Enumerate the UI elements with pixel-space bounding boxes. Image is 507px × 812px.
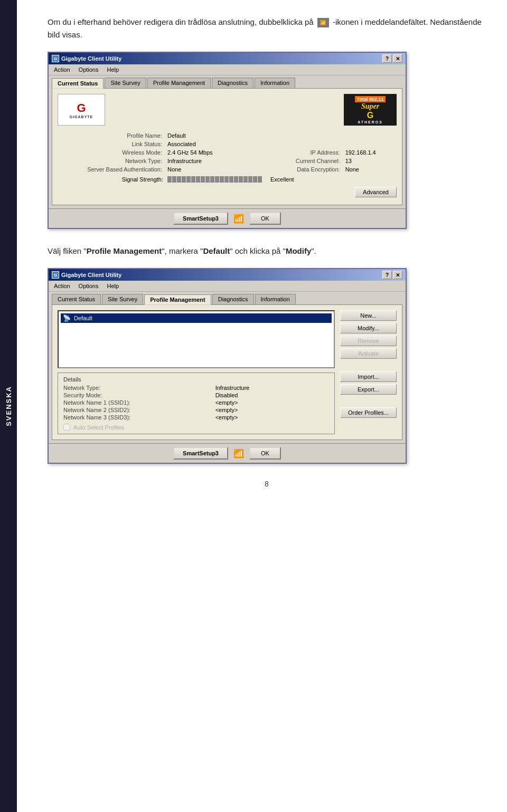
dialog2-tab-diagnostics[interactable]: Diagnostics xyxy=(212,294,254,304)
dialog2-wifi-icon: 📶 xyxy=(233,448,244,458)
details-network2-value: <empty> xyxy=(215,407,329,413)
dialog2-help-button[interactable]: ? xyxy=(382,271,392,279)
modify-button[interactable]: Modify... xyxy=(340,323,397,333)
details-security-value: Disabled xyxy=(215,392,329,398)
dialog1-tab-current-status[interactable]: Current Status xyxy=(52,78,104,89)
advanced-button[interactable]: Advanced xyxy=(355,187,397,197)
signal-bar-18 xyxy=(248,176,252,183)
profile-list-area: 📡 Default Details Network Type: Infrastr… xyxy=(58,310,335,434)
current-channel-value: 13 xyxy=(343,157,396,165)
dialog2-menu-help[interactable]: Help xyxy=(104,282,123,290)
intro-text1: Om du i efterhand behöver redigera din t… xyxy=(48,17,314,26)
signal-bars xyxy=(167,176,262,183)
details-network3-label: Network Name 3 (SSID3): xyxy=(63,414,210,421)
signal-bar-9 xyxy=(205,176,210,183)
middle-text-part3: " och klicka på " xyxy=(230,246,286,255)
dialog2-menubar: Action Options Help xyxy=(49,281,406,292)
profile-item-default[interactable]: 📡 Default xyxy=(61,313,332,323)
details-security-label: Security Mode: xyxy=(63,392,210,398)
dialog1-help-button[interactable]: ? xyxy=(382,54,392,63)
dialog1-menubar: Action Options Help xyxy=(49,64,406,75)
middle-instruction: Välj fliken "Profile Management", marker… xyxy=(48,245,486,257)
dialog1-tab-profile-management[interactable]: Profile Management xyxy=(147,78,211,88)
dialog1-tabs: Current Status Site Survey Profile Manag… xyxy=(49,75,406,88)
signal-bar-4 xyxy=(182,176,186,183)
dialog1-menu-options[interactable]: Options xyxy=(76,65,102,74)
dialog2-titlebar-left: G Gigabyte Client Utility xyxy=(52,271,121,279)
signal-bar-2 xyxy=(172,176,176,183)
signal-bar-8 xyxy=(201,176,205,183)
dialog1-ok-button[interactable]: OK xyxy=(249,212,281,225)
details-section: Details Network Type: Infrastructure Sec… xyxy=(58,372,335,434)
details-network3-value: <empty> xyxy=(215,414,329,421)
dialog1-menu-help[interactable]: Help xyxy=(104,65,123,74)
dialog2-tab-current-status[interactable]: Current Status xyxy=(52,294,101,304)
signal-bar-1 xyxy=(167,176,172,183)
dialog1-tab-diagnostics[interactable]: Diagnostics xyxy=(212,78,253,88)
dialog2-tab-profile-management[interactable]: Profile Management xyxy=(144,294,211,305)
dialog2-menu-options[interactable]: Options xyxy=(76,282,102,290)
middle-bold2: Default xyxy=(203,246,230,255)
details-network-type-value: Infrastructure xyxy=(215,385,329,391)
atheros-text: ATHEROS xyxy=(358,120,383,124)
dialog2-body: 📡 Default Details Network Type: Infrastr… xyxy=(52,304,402,440)
dialog2-tab-site-survey[interactable]: Site Survey xyxy=(102,294,143,304)
details-network2-label: Network Name 2 (SSID2): xyxy=(63,407,210,413)
dialog2-ok-button[interactable]: OK xyxy=(249,447,281,460)
signal-bar-5 xyxy=(186,176,191,183)
dialog2-smartsetup-button[interactable]: SmartSetup3 xyxy=(173,447,228,460)
dialog2-tabs: Current Status Site Survey Profile Manag… xyxy=(49,292,406,304)
dialog1-tab-site-survey[interactable]: Site Survey xyxy=(105,78,146,88)
signal-strength-label: Signal Strength: xyxy=(58,176,163,183)
dialog1-tab-information[interactable]: Information xyxy=(255,78,295,88)
dialog2-close-button[interactable]: ✕ xyxy=(393,271,402,279)
dialog1-title: Gigabyte Client Utility xyxy=(61,55,121,62)
server-auth-label: Server Based Authentication: xyxy=(59,166,164,173)
link-status-label: Link Status: xyxy=(59,140,164,148)
export-button[interactable]: Export... xyxy=(340,384,397,395)
middle-text-part4: ". xyxy=(311,246,316,255)
profile-action-buttons: New... Modify... Remove Activate Import.… xyxy=(340,310,397,434)
details-network1-label: Network Name 1 (SSID1): xyxy=(63,399,210,406)
dialog2-bottom: SmartSetup3 📶 OK xyxy=(49,443,406,463)
dialog1-titlebar-icon: G xyxy=(52,55,59,62)
dialog2-titlebar-buttons: ? ✕ xyxy=(382,271,402,279)
profile-item-icon: 📡 xyxy=(63,314,71,322)
signal-bar-20 xyxy=(258,176,262,183)
dialog1-smartsetup-button[interactable]: SmartSetup3 xyxy=(173,212,228,225)
advanced-btn-row: Advanced xyxy=(58,187,397,197)
auto-select-checkbox[interactable] xyxy=(63,424,70,431)
profile-name-value: Default xyxy=(165,132,240,139)
network-type-label: Network Type: xyxy=(59,157,164,165)
dialog1: G Gigabyte Client Utility ? ✕ Action Opt… xyxy=(48,52,407,229)
remove-button[interactable]: Remove xyxy=(340,336,397,346)
auto-select-row: Auto Select Profiles xyxy=(63,424,329,431)
dialog1-close-button[interactable]: ✕ xyxy=(393,54,402,63)
super-g-label: Super xyxy=(361,102,379,111)
dialog2-tab-information[interactable]: Information xyxy=(255,294,296,304)
data-encryption-label: Data Encryption: xyxy=(241,166,342,173)
details-network1-value: <empty> xyxy=(215,399,329,406)
wireless-mode-label: Wireless Mode: xyxy=(59,149,164,156)
svenska-label: SVENSKA xyxy=(5,386,13,426)
server-auth-value: None xyxy=(165,166,240,173)
dialog1-titlebar-left: G Gigabyte Client Utility xyxy=(52,55,121,62)
activate-button[interactable]: Activate xyxy=(340,348,397,359)
gigabyte-logo: G GIGABYTE xyxy=(58,94,105,126)
dialog1-titlebar: G Gigabyte Client Utility ? ✕ xyxy=(49,53,406,64)
order-profiles-button[interactable]: Order Profiles... xyxy=(340,407,397,418)
dialog2-menu-action[interactable]: Action xyxy=(51,282,73,290)
import-button[interactable]: Import... xyxy=(340,371,397,382)
middle-bold1: Profile Management xyxy=(87,246,162,255)
profile-name-label: Profile Name: xyxy=(59,132,164,139)
atheros-badge: Total 802.11 Super G ATHEROS xyxy=(344,94,397,126)
dialog1-body: G GIGABYTE Total 802.11 Super G ATHEROS … xyxy=(52,88,402,205)
signal-bar-12 xyxy=(220,176,224,183)
current-channel-label: Current Channel: xyxy=(241,157,342,165)
new-button[interactable]: New... xyxy=(340,310,397,321)
wifi-signal-icon: 📶 xyxy=(233,214,244,224)
status-header: G GIGABYTE Total 802.11 Super G ATHEROS xyxy=(58,94,397,126)
gigabyte-g-icon: G xyxy=(77,101,86,115)
dialog1-menu-action[interactable]: Action xyxy=(51,65,73,74)
wireless-mode-value: 2.4 GHz 54 Mbps xyxy=(165,149,240,156)
